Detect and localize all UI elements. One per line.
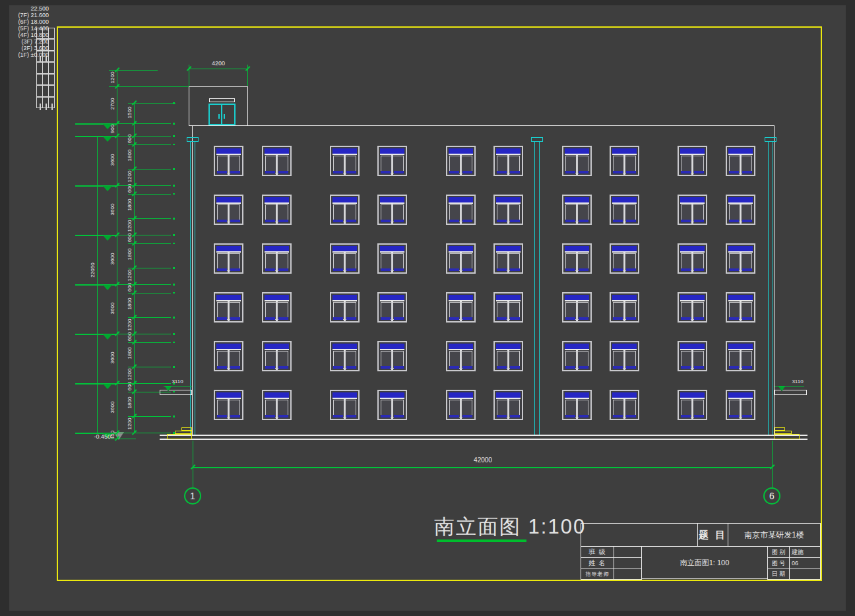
window <box>377 292 407 323</box>
window-transom-band <box>496 246 521 253</box>
window-sill-right <box>230 366 240 369</box>
window-sill-left <box>381 220 391 222</box>
window-sill-right <box>626 366 636 369</box>
window <box>493 341 523 371</box>
titleblock-right-label: 日 期 <box>767 569 790 580</box>
signoff-text-mark <box>40 104 41 110</box>
window-transom-band <box>449 295 473 301</box>
drawing-canvas[interactable]: 22.500(7F) 21.600(6F) 18.000(5F) 14.400(… <box>9 5 846 611</box>
window-sill-right <box>230 268 240 271</box>
bottom-dim-ext <box>193 441 193 487</box>
cad-viewport[interactable]: 22.500(7F) 21.600(6F) 18.000(5F) 14.400(… <box>0 0 855 616</box>
steps-right <box>775 434 800 439</box>
window-transom-band <box>612 246 637 253</box>
window-sill-right <box>394 268 404 271</box>
window <box>446 292 476 323</box>
window <box>214 146 243 176</box>
window-sill-left <box>217 366 227 369</box>
window <box>678 341 707 371</box>
window-sill-left <box>613 171 623 173</box>
window-sill-left <box>333 171 343 173</box>
window-sill-right <box>230 415 240 417</box>
window-transom-band <box>612 344 637 350</box>
window <box>493 146 523 176</box>
drawing-title: 南立面图 1:100 <box>434 513 586 541</box>
elevation-label: (4F) 10.800 <box>9 32 49 38</box>
window-transom-band <box>265 392 289 399</box>
window-sill-left <box>381 366 391 369</box>
outer-dim-label: 3600 <box>110 288 115 328</box>
window-transom-band <box>216 295 241 301</box>
window-sill-right <box>510 415 520 417</box>
titleblock-subject-label: 题 目 <box>697 523 728 547</box>
window <box>214 390 243 420</box>
titleblock-left-label: 班 级 <box>581 546 614 558</box>
grid-bubble-6: 6 <box>763 487 780 505</box>
total-height-label: 22050 <box>90 251 96 290</box>
window-transom-band <box>496 197 521 204</box>
elevation-label: (1F) ±0.000 <box>9 51 49 58</box>
window-sill-left <box>565 268 575 271</box>
inner-tick-dot <box>173 416 175 417</box>
window <box>330 243 360 274</box>
window-sill-left <box>729 171 739 173</box>
canopy-level-triangle <box>165 386 172 391</box>
window-sill-left <box>497 171 507 173</box>
window <box>330 390 360 420</box>
window-transom-band <box>728 295 753 301</box>
downpipe-funnel <box>531 137 543 142</box>
window-sill-left <box>265 415 275 417</box>
window <box>726 195 755 225</box>
window <box>214 292 243 323</box>
window-sill-left <box>497 317 507 320</box>
window-sill-left <box>681 220 691 222</box>
door-handle <box>224 114 225 119</box>
titleblock-left-value <box>614 546 642 558</box>
window-sill-left <box>265 220 275 222</box>
window-sill-left <box>729 415 739 417</box>
window-transom-band <box>380 344 404 350</box>
window-transom-band <box>380 148 404 155</box>
elevation-label: (2F) 3.600 <box>9 45 49 51</box>
window <box>610 195 639 225</box>
window-sill-right <box>394 171 404 173</box>
window <box>330 341 360 371</box>
window-transom-band <box>728 148 753 155</box>
window-transom-band <box>728 392 753 399</box>
window-sill-left <box>613 366 623 369</box>
inner-tick-dot <box>173 185 175 187</box>
window-sill-left <box>449 366 459 369</box>
bottom-dim-label: 42000 <box>463 456 503 464</box>
window-transom-band <box>565 148 589 155</box>
window-transom-band <box>680 392 705 399</box>
inner-tick-dot <box>173 144 175 146</box>
titleblock-right-label: 图 号 <box>767 557 790 569</box>
window-transom-band <box>565 392 589 399</box>
window-sill-right <box>346 220 356 222</box>
window-transom-band <box>680 246 705 253</box>
window <box>610 243 639 274</box>
window-sill-right <box>742 171 752 173</box>
outer-tick-line <box>109 86 136 87</box>
window-sill-right <box>346 268 356 271</box>
titleblock-empty-cell <box>581 523 698 547</box>
window <box>377 146 407 176</box>
window-sill-left <box>565 415 575 417</box>
window <box>562 390 592 420</box>
window <box>678 243 707 274</box>
window-transom-band <box>380 246 404 253</box>
grid-bubble-1: 1 <box>184 487 201 505</box>
titleblock-right-value: 06 <box>789 557 821 569</box>
window-transom-band <box>496 295 521 301</box>
window-sill-right <box>510 366 520 369</box>
window-sill-left <box>681 268 691 271</box>
window <box>493 292 523 323</box>
titleblock-right-value <box>789 569 821 580</box>
inner-tick-dot <box>173 366 175 368</box>
penthouse-transom <box>209 98 235 102</box>
window-transom-band <box>265 197 289 204</box>
window-sill-left <box>729 366 739 369</box>
window <box>562 146 592 176</box>
window-transom-band <box>216 197 241 204</box>
window-sill-right <box>694 415 704 417</box>
